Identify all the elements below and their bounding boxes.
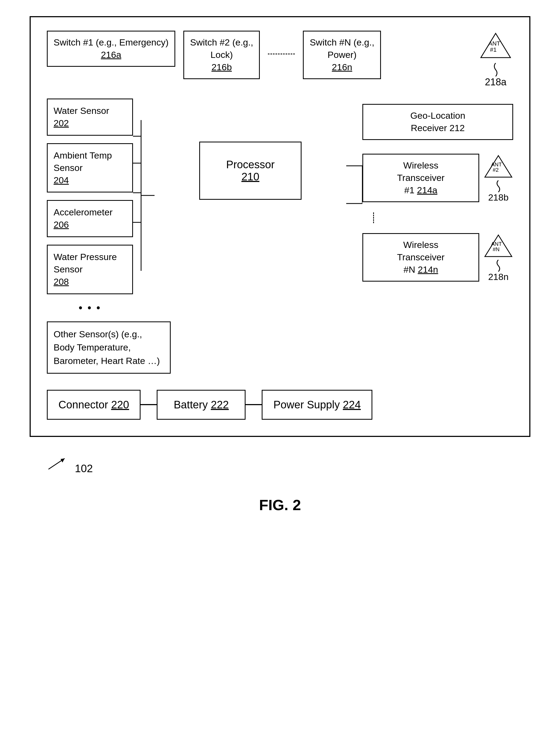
switch-1-label: Switch #1 (e.g., Emergency) — [53, 37, 169, 47]
bottom-row: Connector 220 Battery 222 Power Supply 2… — [47, 390, 513, 420]
antenna-n-icon: ANT #N — [483, 233, 513, 260]
svg-text:#N: #N — [493, 246, 500, 252]
water-sensor-box: Water Sensor 202 — [47, 98, 133, 136]
ambient-temp-box: Ambient TempSensor 204 — [47, 143, 133, 193]
transceiver-n-box: WirelessTransceiver#N 214n — [362, 233, 479, 281]
switch-2-label: Switch #2 (e.g.,Lock) — [190, 37, 253, 60]
diagram-outer-box: Switch #1 (e.g., Emergency) 216a Switch … — [30, 16, 530, 437]
proc-right-svg — [346, 125, 362, 260]
transceiver-dashed-line — [373, 212, 374, 223]
other-sensors-label: Other Sensor(s) (e.g.,Body Temperature,B… — [53, 329, 160, 366]
main-content: Water Sensor 202 Ambient TempSensor 204 … — [47, 98, 513, 374]
geo-location-box: Geo-LocationReceiver 212 — [362, 104, 513, 140]
sensor-lines-svg — [133, 120, 155, 281]
switch-2-box: Switch #2 (e.g.,Lock) 216b — [183, 31, 260, 79]
water-pressure-box: Water PressureSensor 208 — [47, 245, 133, 294]
antenna-1-group: ANT #1 218a — [478, 31, 513, 88]
processor-to-right-lines — [346, 98, 362, 260]
other-sensors-box: Other Sensor(s) (e.g.,Body Temperature,B… — [47, 321, 171, 374]
antenna-1-ref: 218a — [485, 77, 507, 88]
page-wrapper: Switch #1 (e.g., Emergency) 216a Switch … — [21, 16, 539, 514]
antenna-2-group: ANT #2 218b — [483, 154, 513, 203]
transceiver-n-ref: 214n — [418, 264, 438, 274]
accelerometer-label: Accelerometer — [53, 207, 113, 217]
svg-text:ANT: ANT — [488, 40, 500, 47]
switch-n-ref: 216n — [332, 62, 352, 72]
svg-text:ANT: ANT — [491, 241, 502, 247]
transceiver-1-row: WirelessTransceiver#1 214a ANT #2 218b — [362, 154, 513, 203]
antenna-n-group: ANT #N 218n — [483, 233, 513, 282]
vertical-ellipsis: • • • — [47, 302, 133, 314]
transceiver-1-box: WirelessTransceiver#1 214a — [362, 154, 479, 202]
figure-label: FIG. 2 — [259, 496, 301, 514]
processor-box: Processor 210 — [199, 142, 302, 200]
water-sensor-ref: 202 — [53, 118, 69, 128]
transceiver-n-row: WirelessTransceiver#N 214n ANT #N 218n — [362, 233, 513, 282]
right-column: Geo-LocationReceiver 212 WirelessTransce… — [362, 104, 513, 282]
water-sensor-label: Water Sensor — [53, 105, 109, 116]
reference-group: 102 — [21, 453, 539, 475]
top-row: Switch #1 (e.g., Emergency) 216a Switch … — [47, 31, 513, 88]
ref-arrow-icon — [43, 453, 70, 475]
battery-power-line — [246, 404, 262, 405]
svg-text:#1: #1 — [490, 46, 497, 53]
connector-box: Connector 220 — [47, 390, 140, 420]
left-sensors-column: Water Sensor 202 Ambient TempSensor 204 … — [47, 98, 133, 374]
geo-location-ref: 212 — [449, 123, 465, 133]
ambient-temp-ref: 204 — [53, 175, 69, 185]
svg-text:ANT: ANT — [491, 162, 502, 168]
diagram-ref-label: 102 — [75, 463, 93, 475]
switch-1-ref: 216a — [101, 49, 121, 60]
connector-ref: 220 — [111, 399, 129, 410]
ambient-temp-label: Ambient TempSensor — [53, 150, 112, 173]
antenna-2-icon: ANT #2 — [483, 154, 513, 180]
processor-label: Processor — [226, 159, 274, 170]
antenna-n-squiggle — [495, 260, 502, 272]
svg-text:#2: #2 — [493, 167, 499, 173]
water-pressure-ref: 208 — [53, 276, 69, 287]
power-supply-label: Power Supply — [273, 399, 340, 410]
battery-label: Battery — [174, 399, 208, 410]
connector-battery-line — [140, 404, 157, 405]
transceiver-1-ref: 214a — [417, 185, 437, 195]
sensor-to-processor-lines — [133, 98, 155, 281]
switch-1-box: Switch #1 (e.g., Emergency) 216a — [47, 31, 175, 67]
accelerometer-ref: 206 — [53, 219, 69, 230]
power-supply-box: Power Supply 224 — [262, 390, 372, 420]
switch-n-box: Switch #N (e.g.,Power) 216n — [303, 31, 381, 79]
antenna-n-ref: 218n — [488, 272, 509, 282]
power-supply-ref: 224 — [343, 399, 361, 410]
battery-box: Battery 222 — [157, 390, 246, 420]
antenna-2-squiggle — [495, 180, 502, 192]
battery-ref: 222 — [211, 399, 229, 410]
center-column: Processor 210 — [155, 115, 346, 200]
geo-row: Geo-LocationReceiver 212 — [362, 104, 513, 140]
antenna-1-squiggle — [491, 63, 500, 77]
processor-ref: 210 — [242, 171, 260, 182]
antenna-1-icon: ANT #1 — [478, 31, 513, 63]
antenna-2-ref: 218b — [488, 192, 509, 203]
water-pressure-label: Water PressureSensor — [53, 252, 117, 274]
switch-n-label: Switch #N (e.g.,Power) — [310, 37, 374, 60]
connector-label: Connector — [58, 399, 111, 410]
accelerometer-box: Accelerometer 206 — [47, 200, 133, 237]
switch-2-ref: 216b — [211, 62, 232, 72]
